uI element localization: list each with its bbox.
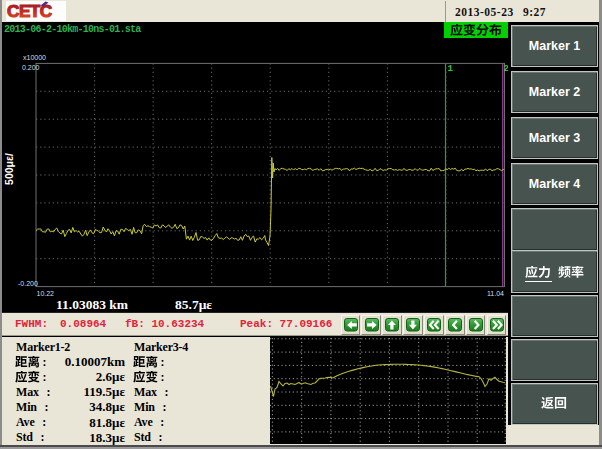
- svg-text:11.03083 km: 11.03083 km: [56, 297, 129, 312]
- svg-text:10.22: 10.22: [37, 290, 55, 297]
- svg-text:85.7με: 85.7με: [175, 297, 212, 312]
- svg-text:1: 1: [448, 64, 454, 74]
- svg-text:CETC: CETC: [7, 3, 52, 21]
- svg-text:-0.200: -0.200: [18, 280, 38, 287]
- svg-text:11.04: 11.04: [487, 290, 504, 297]
- svg-text:x10000: x10000: [23, 54, 46, 61]
- svg-text:0.200: 0.200: [22, 64, 40, 71]
- svg-text:500με/: 500με/: [3, 153, 15, 185]
